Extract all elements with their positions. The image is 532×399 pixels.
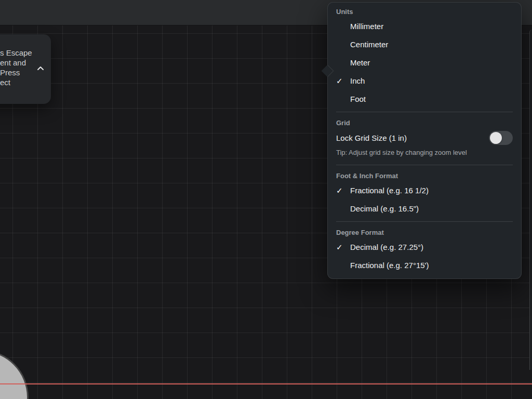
units-settings-popup: Units Millimeter Centimeter Meter ✓ Inch… xyxy=(327,2,522,279)
menu-item-foot[interactable]: Foot xyxy=(328,90,521,108)
menu-item-label: Decimal (e.g. 27.25°) xyxy=(350,243,423,251)
hint-line: ect xyxy=(0,77,41,87)
hint-line: Press xyxy=(0,68,41,77)
lock-grid-size-toggle[interactable] xyxy=(489,131,513,145)
chevron-up-icon[interactable] xyxy=(36,64,45,73)
menu-item-meter[interactable]: Meter xyxy=(328,54,521,72)
check-icon: ✓ xyxy=(336,76,350,86)
check-icon: ✓ xyxy=(336,186,350,195)
menu-item-millimeter[interactable]: Millimeter xyxy=(328,17,521,35)
section-header-units: Units xyxy=(328,5,521,17)
grid-tip-text: Tip: Adjust grid size by changing zoom l… xyxy=(328,147,521,161)
menu-item-centimeter[interactable]: Centimeter xyxy=(328,35,521,54)
section-header-grid: Grid xyxy=(328,116,521,128)
menu-item-inch[interactable]: ✓ Inch xyxy=(328,72,521,90)
menu-item-fractional-degree[interactable]: Fractional (e.g. 27°15') xyxy=(328,256,521,274)
menu-item-label: Fractional (e.g. 16 1/2) xyxy=(350,186,429,195)
toggle-knob xyxy=(490,132,502,144)
menu-item-label: Fractional (e.g. 27°15') xyxy=(350,261,429,270)
menu-item-label: Millimeter xyxy=(350,22,383,31)
menu-item-decimal-degree[interactable]: ✓ Decimal (e.g. 27.25°) xyxy=(328,238,521,256)
hint-line: s Escape xyxy=(0,48,41,58)
lock-grid-size-label: Lock Grid Size (1 in) xyxy=(336,134,407,142)
menu-item-label: Centimeter xyxy=(350,40,388,49)
separator xyxy=(336,112,513,112)
check-icon: ✓ xyxy=(336,243,350,252)
menu-item-fractional-inch[interactable]: ✓ Fractional (e.g. 16 1/2) xyxy=(328,181,521,200)
menu-item-label: Inch xyxy=(350,76,365,85)
red-guide-line[interactable] xyxy=(0,383,532,384)
section-header-degree-format: Degree Format xyxy=(328,225,521,238)
right-panel-edge xyxy=(529,30,532,370)
lock-grid-size-row: Lock Grid Size (1 in) xyxy=(328,128,521,147)
hint-text: s Escape ent and Press ect xyxy=(0,48,41,87)
separator xyxy=(336,165,513,165)
menu-item-label: Decimal (e.g. 16.5") xyxy=(350,204,419,213)
menu-item-decimal-inch[interactable]: Decimal (e.g. 16.5") xyxy=(328,200,521,218)
section-header-foot-inch-format: Foot & Inch Format xyxy=(328,169,521,181)
hint-line: ent and xyxy=(0,58,41,68)
menu-item-label: Meter xyxy=(350,58,370,67)
menu-item-label: Foot xyxy=(350,95,366,103)
hint-panel: s Escape ent and Press ect xyxy=(0,34,51,104)
separator xyxy=(336,221,513,222)
